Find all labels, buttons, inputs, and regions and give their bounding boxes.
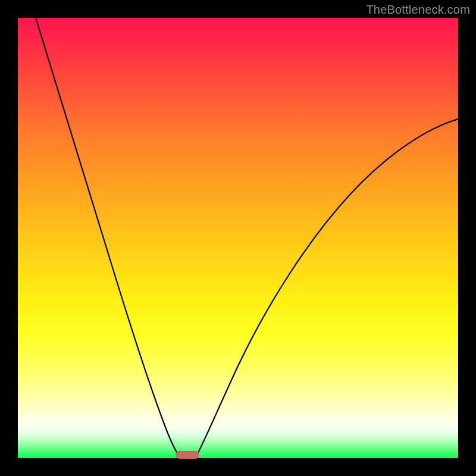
bottleneck-curve: [18, 18, 458, 458]
optimal-range-marker: [176, 451, 199, 459]
plot-area: [18, 18, 458, 458]
chart-frame: TheBottleneck.com: [0, 0, 476, 476]
curve-left-branch: [36, 18, 181, 458]
watermark-text: TheBottleneck.com: [366, 3, 470, 17]
curve-right-branch: [195, 119, 458, 458]
